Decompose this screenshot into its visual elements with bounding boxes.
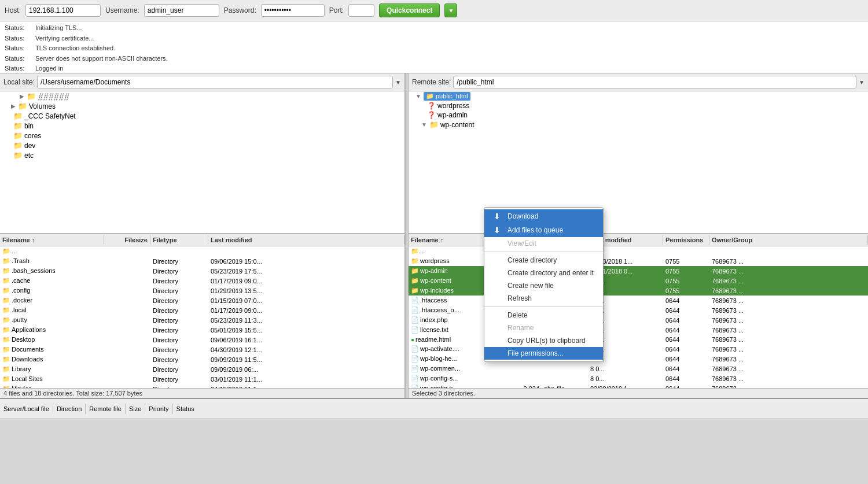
- host-label: Host:: [5, 6, 21, 14]
- context-menu-create-directory[interactable]: Create directory: [484, 254, 603, 267]
- folder-icon: 📁: [411, 277, 419, 284]
- folder-icon: 📁: [13, 121, 23, 130]
- file-row[interactable]: 📁Movies Directory 04/15/2019 11:1...: [0, 384, 404, 388]
- file-row[interactable]: 📁.docker Directory 01/15/2019 07:0...: [0, 295, 404, 305]
- context-menu-file-permissions[interactable]: File permissions...: [484, 347, 603, 360]
- file-row[interactable]: 📁Documents Directory 04/30/2019 12:1...: [0, 345, 404, 354]
- main-panels: ▶ 📁 ⣿⣿⣿⣿⣿⣿ ▶ 📁 Volumes 📁 _CCC SafetyNet …: [0, 91, 868, 398]
- file-row[interactable]: 📁.putty Directory 05/23/2019 11:3...: [0, 315, 404, 325]
- context-menu-rename: Rename: [484, 322, 603, 334]
- tree-item[interactable]: 📁 etc: [0, 150, 404, 160]
- context-menu-refresh[interactable]: Refresh: [484, 292, 603, 305]
- local-site-arrow[interactable]: ▼: [395, 79, 401, 86]
- folder-icon: 📁: [2, 365, 10, 372]
- file-row[interactable]: 📄wp-config.p... 2,034 php-file 02/09/201…: [409, 383, 868, 388]
- folder-icon: 📁: [429, 120, 439, 129]
- context-menu-create-file[interactable]: Create new file: [484, 279, 603, 292]
- file-row[interactable]: 📄wp-commen... 8 0... 0644 7689673 ...: [409, 364, 868, 374]
- port-label: Port:: [329, 6, 344, 14]
- username-input[interactable]: [144, 4, 219, 17]
- file-row[interactable]: 📁..: [409, 246, 868, 256]
- file-row[interactable]: 📁.config Directory 01/29/2019 13:5...: [0, 286, 404, 295]
- tree-item[interactable]: ▶ 📁 ⣿⣿⣿⣿⣿⣿: [0, 91, 404, 101]
- folder-icon: 📁: [2, 257, 10, 264]
- file-row[interactable]: 📄index.php 8 0... 0644 7689673 ...: [409, 315, 868, 325]
- file-row[interactable]: 📁.cache Directory 01/17/2019 09:0...: [0, 276, 404, 286]
- local-site-path[interactable]: [37, 76, 393, 88]
- file-row[interactable]: 📁Applications Directory 05/01/2019 15:5.…: [0, 325, 404, 335]
- file-row[interactable]: 📁Library Directory 09/09/2019 06:...: [0, 364, 404, 374]
- context-menu-copy-urls[interactable]: Copy URL(s) to clipboard: [484, 334, 603, 347]
- col-filetype-header[interactable]: Filetype: [150, 235, 208, 245]
- file-row[interactable]: 📄wp-blog-he... 8 0... 0644 7689673 ...: [409, 354, 868, 364]
- folder-icon: 📁: [2, 356, 10, 363]
- local-file-list: 📁.. 📁.Trash Directory 09/06/2019 15:0...…: [0, 246, 404, 388]
- context-menu-delete[interactable]: Delete: [484, 309, 603, 322]
- username-label: Username:: [105, 6, 139, 14]
- file-row[interactable]: 📁wordpress Directory 12/13/2018 1... 075…: [409, 256, 868, 266]
- file-row[interactable]: 📄wp-activate.... 8 0... 0644 7689673 ...: [409, 344, 868, 354]
- context-menu-create-directory-enter[interactable]: Create directory and enter it: [484, 267, 603, 279]
- file-row[interactable]: 📁wp-content Directory 8 0... 0755 768967…: [409, 276, 868, 286]
- tree-item[interactable]: ❓ wp-admin: [409, 110, 868, 120]
- col-filesize-header[interactable]: Filesize: [104, 235, 150, 245]
- file-row[interactable]: ●readme.html 8 0... 0644 7689673 ...: [409, 335, 868, 344]
- file-row[interactable]: 📁wp-admin Directory 10/31/2018 0... 0755…: [409, 266, 868, 276]
- remote-status-text: Selected 3 directories.: [412, 390, 475, 397]
- tree-item[interactable]: ▼ 📁 wp-content: [409, 120, 868, 130]
- tree-item[interactable]: 📁 _CCC SafetyNet: [0, 111, 404, 121]
- transfer-col-status: Status: [173, 404, 868, 414]
- remote-site-bar: Remote site: ▼: [409, 73, 868, 91]
- file-row[interactable]: 📄license.txt 8 0... 0644 7689673 ...: [409, 325, 868, 335]
- remote-status-bar: Selected 3 directories.: [409, 388, 868, 398]
- file-row[interactable]: 📁Downloads Directory 09/09/2019 11:5...: [0, 354, 404, 364]
- folder-icon: 📁: [2, 247, 10, 254]
- remote-site-label: Remote site:: [412, 78, 451, 86]
- tree-item[interactable]: 📁 dev: [0, 141, 404, 150]
- file-row[interactable]: 📄wp-config-s... 8 0... 0644 7689673 ...: [409, 374, 868, 383]
- file-row[interactable]: 📁..: [0, 246, 404, 256]
- folder-icon: 📁: [18, 102, 27, 110]
- password-input[interactable]: [261, 4, 325, 17]
- col-filename-header[interactable]: Filename ↑: [0, 235, 104, 245]
- file-row[interactable]: 📁.local Directory 01/17/2019 09:0...: [0, 305, 404, 315]
- col-modified-header[interactable]: Last modified: [208, 235, 404, 245]
- file-row[interactable]: 📄.htaccess 8 0... 0644 7689673 ...: [409, 295, 868, 305]
- tree-item[interactable]: 📁 cores: [0, 131, 404, 141]
- file-row[interactable]: 📁Desktop Directory 09/06/2019 16:1...: [0, 335, 404, 345]
- col-owner-header[interactable]: Owner/Group: [709, 235, 868, 245]
- remote-site-arrow[interactable]: ▼: [859, 79, 865, 86]
- tree-item[interactable]: ▶ 📁 Volumes: [0, 101, 404, 111]
- remote-panel: ▼ 📁 public_html ❓ wordpress ❓ wp-admin ▼…: [409, 91, 868, 398]
- file-row[interactable]: 📁.Trash Directory 09/06/2019 15:0...: [0, 256, 404, 266]
- tree-item[interactable]: ▼ 📁 public_html: [409, 91, 868, 101]
- host-input[interactable]: [25, 4, 101, 17]
- context-menu-separator-2: [484, 306, 603, 307]
- context-menu: ⬇ Download ⬇ Add files to queue View/Edi…: [484, 207, 604, 362]
- toolbar: Host: Username: Password: Port: Quickcon…: [0, 0, 868, 21]
- folder-icon: 📁: [411, 267, 419, 274]
- folder-icon: 📁: [2, 375, 10, 382]
- context-menu-separator-1: [484, 252, 603, 252]
- remote-tree: ▼ 📁 public_html ❓ wordpress ❓ wp-admin ▼…: [409, 91, 868, 234]
- tree-item[interactable]: ❓ wordpress: [409, 101, 868, 110]
- add-queue-icon: ⬇: [494, 226, 503, 235]
- transfer-queue-bar: Server/Local file Direction Remote file …: [0, 398, 868, 418]
- local-status-text: 4 files and 18 directories. Total size: …: [3, 390, 142, 397]
- quickconnect-button[interactable]: Quickconnect: [379, 3, 440, 17]
- remote-site-path[interactable]: [453, 76, 856, 88]
- file-row[interactable]: 📁.bash_sessions Directory 05/23/2019 17:…: [0, 266, 404, 276]
- context-menu-download[interactable]: ⬇ Download: [484, 209, 603, 223]
- tree-item[interactable]: 📁 bin: [0, 121, 404, 131]
- file-row[interactable]: 📁wp-includes Directory 8 0... 0755 76896…: [409, 286, 868, 295]
- file-row[interactable]: 📁Local Sites Directory 03/01/2019 11:1..…: [0, 374, 404, 384]
- quickconnect-dropdown-button[interactable]: ▼: [444, 3, 457, 17]
- port-input[interactable]: [348, 4, 374, 17]
- file-row[interactable]: 📄.htaccess_o... 8 0... 0644 7689673 ...: [409, 305, 868, 315]
- folder-icon: 📁: [13, 151, 23, 160]
- context-menu-add-to-queue[interactable]: ⬇ Add files to queue: [484, 223, 603, 237]
- folder-icon: 📁: [13, 141, 23, 150]
- folder-icon: 📁: [13, 131, 23, 140]
- col-perms-header[interactable]: Permissions: [663, 235, 709, 245]
- folder-icon: 📁: [2, 316, 10, 323]
